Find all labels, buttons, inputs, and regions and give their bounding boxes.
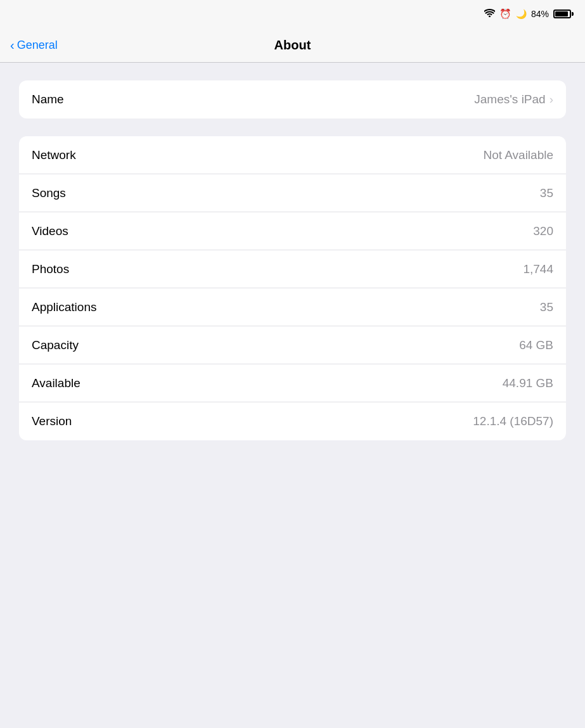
available-row: Available 44.91 GB	[19, 364, 566, 402]
applications-row: Applications 35	[19, 288, 566, 326]
applications-value: 35	[540, 300, 553, 314]
wifi-icon	[484, 8, 495, 20]
photos-row: Photos 1,744	[19, 250, 566, 288]
network-value: Not Available	[483, 148, 553, 162]
content-area: Name James's iPad › Network Not Availabl…	[0, 63, 585, 476]
battery-percent: 84%	[531, 9, 549, 19]
name-value: James's iPad	[474, 93, 545, 106]
battery-icon	[553, 10, 574, 18]
network-row: Network Not Available	[19, 136, 566, 174]
available-label: Available	[32, 376, 80, 390]
videos-value: 320	[533, 224, 553, 238]
back-chevron-icon: ‹	[10, 39, 15, 51]
name-section: Name James's iPad ›	[19, 80, 566, 118]
photos-label: Photos	[32, 262, 69, 276]
network-label: Network	[32, 148, 76, 162]
status-bar: ⏰ 🌙 84%	[0, 0, 585, 28]
videos-label: Videos	[32, 224, 68, 238]
capacity-label: Capacity	[32, 338, 79, 352]
name-chevron-icon: ›	[550, 93, 553, 106]
version-row: Version 12.1.4 (16D57)	[19, 402, 566, 440]
version-label: Version	[32, 414, 72, 428]
photos-value: 1,744	[523, 262, 553, 276]
navigation-bar: ‹ General About	[0, 28, 585, 63]
applications-label: Applications	[32, 300, 96, 314]
info-section: Network Not Available Songs 35 Videos 32…	[19, 136, 566, 440]
videos-row: Videos 320	[19, 212, 566, 250]
name-value-container: James's iPad ›	[474, 93, 553, 106]
capacity-row: Capacity 64 GB	[19, 326, 566, 364]
songs-value: 35	[540, 186, 553, 200]
capacity-value: 64 GB	[519, 338, 553, 352]
songs-label: Songs	[32, 186, 66, 200]
status-icons: ⏰ 🌙 84%	[484, 8, 574, 20]
available-value: 44.91 GB	[503, 376, 553, 390]
back-label: General	[17, 39, 58, 52]
songs-row: Songs 35	[19, 174, 566, 212]
alarm-icon: ⏰	[499, 8, 511, 20]
page-title: About	[274, 38, 311, 53]
back-button[interactable]: ‹ General	[10, 39, 58, 52]
name-row[interactable]: Name James's iPad ›	[19, 80, 566, 118]
moon-icon: 🌙	[516, 9, 527, 19]
version-value: 12.1.4 (16D57)	[473, 414, 553, 428]
name-label: Name	[32, 93, 64, 106]
